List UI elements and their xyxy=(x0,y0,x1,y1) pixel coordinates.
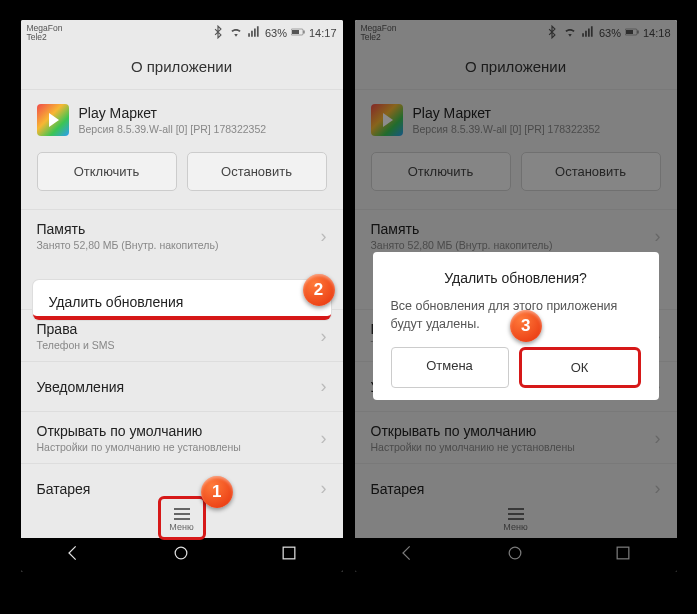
app-name: Play Маркет xyxy=(79,105,267,121)
phone-screenshot-right: MegaFon Tele2 63% 14:18 О приложении Pla… xyxy=(355,20,677,572)
svg-rect-2 xyxy=(303,31,304,34)
stop-button[interactable]: Остановить xyxy=(187,152,327,191)
status-bar: MegaFon Tele2 63% 14:17 xyxy=(21,20,343,46)
bluetooth-icon xyxy=(211,25,225,41)
play-store-icon xyxy=(37,104,69,136)
step-badge-2: 2 xyxy=(303,274,335,306)
signal-icon xyxy=(247,25,261,41)
app-header: Play Маркет Версия 8.5.39.W-all [0] [PR]… xyxy=(21,90,343,144)
confirm-dialog: Удалить обновления? Все обновления для э… xyxy=(373,252,659,400)
battery-icon xyxy=(291,25,305,41)
recents-icon[interactable] xyxy=(279,543,299,567)
system-navbar xyxy=(21,538,343,572)
chevron-right-icon: › xyxy=(321,428,327,449)
dialog-title: Удалить обновления? xyxy=(391,270,641,286)
row-memory[interactable]: Память Занято 52,80 МБ (Внутр. накопител… xyxy=(21,209,343,261)
cancel-button[interactable]: Отмена xyxy=(391,347,509,388)
app-version: Версия 8.5.39.W-all [0] [PR] 178322352 xyxy=(79,123,267,135)
carrier-2: Tele2 xyxy=(27,33,63,42)
battery-percent: 63% xyxy=(265,27,287,39)
delete-updates-item[interactable]: Удалить обновления xyxy=(49,294,315,310)
chevron-right-icon: › xyxy=(321,376,327,397)
svg-rect-1 xyxy=(292,30,299,34)
svg-point-3 xyxy=(176,547,188,559)
step-badge-1: 1 xyxy=(201,476,233,508)
row-open-default[interactable]: Открывать по умолчанию Настройки по умол… xyxy=(21,411,343,463)
step-badge-3: 3 xyxy=(510,310,542,342)
back-icon[interactable] xyxy=(64,543,84,567)
chevron-right-icon: › xyxy=(321,326,327,347)
row-notifications[interactable]: Уведомления › xyxy=(21,361,343,411)
ok-button[interactable]: ОК xyxy=(519,347,641,388)
chevron-right-icon: › xyxy=(321,226,327,247)
svg-rect-4 xyxy=(283,547,295,559)
page-title: О приложении xyxy=(21,46,343,90)
phone-screenshot-left: MegaFon Tele2 63% 14:17 О при xyxy=(21,20,343,572)
disable-button[interactable]: Отключить xyxy=(37,152,177,191)
wifi-icon xyxy=(229,25,243,41)
home-icon[interactable] xyxy=(171,543,191,567)
step-highlight-1 xyxy=(158,496,206,540)
clock: 14:17 xyxy=(309,27,337,39)
context-menu: Удалить обновления 2 xyxy=(33,280,331,320)
